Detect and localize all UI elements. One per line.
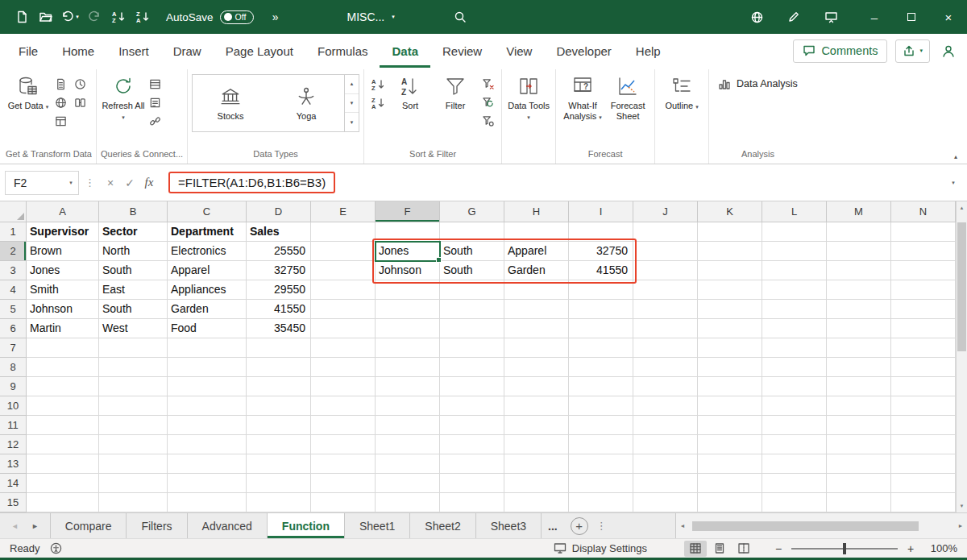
cell-M10[interactable] (827, 396, 891, 416)
open-folder-icon[interactable] (34, 5, 58, 29)
more-commands-icon[interactable]: » (264, 5, 288, 29)
enter-icon[interactable]: ✓ (120, 176, 139, 189)
row-header-15[interactable]: 15 (0, 493, 27, 512)
from-text-csv-icon[interactable] (52, 77, 68, 91)
gallery-up-icon[interactable]: ▲ (345, 75, 359, 94)
column-header-A[interactable]: A (27, 201, 99, 222)
cell-G3[interactable]: South (440, 261, 504, 280)
stocks-data-type[interactable]: Stocks (193, 75, 268, 131)
display-settings-button[interactable]: Display Settings (547, 542, 654, 554)
row-header-12[interactable]: 12 (0, 435, 27, 454)
sheet-scroll-left-icon[interactable]: ◄ (11, 522, 19, 530)
cell-M5[interactable] (827, 300, 891, 319)
cell-G13[interactable] (440, 454, 504, 474)
cell-A4[interactable]: Smith (27, 280, 99, 300)
cell-E3[interactable] (311, 261, 376, 280)
cell-B10[interactable] (99, 396, 168, 416)
cell-K11[interactable] (698, 416, 762, 435)
cell-N14[interactable] (891, 474, 956, 493)
cell-E2[interactable] (311, 242, 376, 261)
gallery-down-icon[interactable]: ▼ (345, 94, 359, 114)
scroll-left-icon[interactable]: ◄ (676, 523, 689, 529)
cell-N10[interactable] (891, 396, 956, 416)
cell-F14[interactable] (376, 474, 440, 493)
zoom-thumb[interactable] (843, 543, 846, 554)
select-all-button[interactable] (0, 201, 27, 222)
cell-J11[interactable] (633, 416, 698, 435)
refresh-all-button[interactable]: Refresh All ▾ (101, 71, 146, 122)
column-header-D[interactable]: D (247, 201, 311, 222)
outline-button[interactable]: Outline ▾ (659, 71, 704, 112)
cell-F3[interactable]: Johnson (376, 261, 440, 280)
cell-J15[interactable] (633, 493, 698, 512)
row-header-11[interactable]: 11 (0, 416, 27, 435)
ribbon-display-options-icon[interactable] (819, 5, 843, 29)
cell-C10[interactable] (168, 396, 247, 416)
cell-C14[interactable] (168, 474, 247, 493)
cell-H7[interactable] (504, 338, 569, 358)
cell-C8[interactable] (168, 358, 247, 377)
cell-E1[interactable] (311, 222, 376, 242)
cell-E14[interactable] (311, 474, 376, 493)
cell-A1[interactable]: Supervisor (27, 222, 99, 242)
from-web-icon[interactable] (52, 96, 68, 110)
cell-E5[interactable] (311, 300, 376, 319)
cell-I1[interactable] (569, 222, 633, 242)
cell-F9[interactable] (376, 377, 440, 396)
cell-I6[interactable] (569, 319, 633, 338)
sheet-tab-sheet1[interactable]: Sheet1 (345, 513, 410, 538)
column-header-G[interactable]: G (440, 201, 504, 222)
document-name[interactable]: MISC...▾ (341, 7, 401, 27)
cell-N4[interactable] (891, 280, 956, 300)
cell-G6[interactable] (440, 319, 504, 338)
from-table-range-icon[interactable] (52, 114, 68, 128)
cell-A15[interactable] (27, 493, 99, 512)
people-icon[interactable] (941, 44, 956, 58)
cell-N13[interactable] (891, 454, 956, 474)
row-header-10[interactable]: 10 (0, 396, 27, 416)
column-header-F[interactable]: F (376, 201, 440, 222)
cell-D10[interactable] (247, 396, 311, 416)
cell-C1[interactable]: Department (168, 222, 247, 242)
cell-L10[interactable] (762, 396, 827, 416)
cell-B5[interactable]: South (99, 300, 168, 319)
comments-button[interactable]: Comments (793, 39, 887, 63)
cell-D4[interactable]: 29550 (247, 280, 311, 300)
cell-F13[interactable] (376, 454, 440, 474)
cell-F10[interactable] (376, 396, 440, 416)
cell-E12[interactable] (311, 435, 376, 454)
zoom-slider[interactable] (791, 542, 898, 555)
cell-A14[interactable] (27, 474, 99, 493)
cell-K1[interactable] (698, 222, 762, 242)
cell-J14[interactable] (633, 474, 698, 493)
zoom-in-button[interactable]: + (905, 542, 916, 555)
tab-insert[interactable]: Insert (106, 34, 161, 68)
data-analysis-button[interactable]: Data Analysis (713, 71, 803, 97)
horizontal-scrollbar[interactable]: ◄ ► (675, 513, 967, 538)
cell-K5[interactable] (698, 300, 762, 319)
cell-K8[interactable] (698, 358, 762, 377)
collapse-ribbon-icon[interactable]: ▴ (954, 153, 957, 160)
cell-M2[interactable] (827, 242, 891, 261)
cell-H9[interactable] (504, 377, 569, 396)
cell-D8[interactable] (247, 358, 311, 377)
cell-H6[interactable] (504, 319, 569, 338)
column-header-E[interactable]: E (311, 201, 376, 222)
cell-K6[interactable] (698, 319, 762, 338)
cell-H3[interactable]: Garden (504, 261, 569, 280)
cell-A2[interactable]: Brown (27, 242, 99, 261)
cell-C11[interactable] (168, 416, 247, 435)
yoga-data-type[interactable]: Yoga (268, 75, 344, 131)
page-break-view-button[interactable] (733, 541, 755, 557)
cell-H4[interactable] (504, 280, 569, 300)
cell-B13[interactable] (99, 454, 168, 474)
tab-page-layout[interactable]: Page Layout (214, 34, 305, 68)
cell-F8[interactable] (376, 358, 440, 377)
cell-L1[interactable] (762, 222, 827, 242)
cell-M4[interactable] (827, 280, 891, 300)
cell-F7[interactable] (376, 338, 440, 358)
cell-A6[interactable]: Martin (27, 319, 99, 338)
cell-M8[interactable] (827, 358, 891, 377)
cell-D2[interactable]: 25550 (247, 242, 311, 261)
cell-L7[interactable] (762, 338, 827, 358)
